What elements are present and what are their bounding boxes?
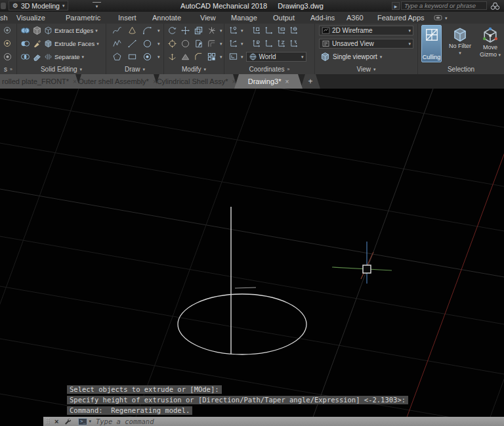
command-input[interactable] xyxy=(96,417,504,425)
chevron-down-icon[interactable]: ▾ xyxy=(158,41,160,46)
ribbon-tab-addins[interactable]: Add-ins xyxy=(310,12,335,24)
move-gizmo-button[interactable]: Move Gizmo ▾ xyxy=(477,27,503,58)
panel-label-coordinates[interactable]: Coordinates» xyxy=(224,66,314,73)
ucs-object-icon[interactable] xyxy=(264,39,274,49)
panel-label-modify[interactable]: Modify▾ xyxy=(164,66,224,73)
ucs-origin-box-icon[interactable] xyxy=(251,26,261,35)
ribbon-tab-view[interactable]: View xyxy=(200,12,216,24)
panel-label-draw[interactable]: Draw▾ xyxy=(106,66,163,73)
chevron-down-icon[interactable]: ▾ xyxy=(220,54,222,59)
file-tab-outer-shell[interactable]: Outer shell Assembly* × xyxy=(77,74,158,89)
fillet-edge-icon[interactable] xyxy=(32,39,42,49)
solid-tool-icon[interactable] xyxy=(3,39,12,49)
explode-icon[interactable] xyxy=(207,26,217,35)
ribbon-tab-annotate[interactable]: Annotate xyxy=(152,12,181,24)
extrude-faces-button[interactable]: Extrude Faces xyxy=(54,40,94,47)
array-icon[interactable] xyxy=(207,52,217,62)
chevron-down-icon[interactable]: ▾ xyxy=(241,54,243,59)
copy-icon[interactable] xyxy=(194,26,203,35)
no-filter-button[interactable]: No Filter ▾ xyxy=(446,27,474,55)
ucs-show-icon[interactable] xyxy=(228,26,238,35)
rectangle-icon[interactable] xyxy=(127,52,137,62)
intersect-icon[interactable] xyxy=(20,52,30,62)
wrench-icon[interactable] xyxy=(64,417,72,425)
panel-label-view[interactable]: View▾ xyxy=(315,66,417,73)
chevron-down-icon[interactable]: ▾ xyxy=(95,28,98,33)
polyline-icon[interactable] xyxy=(112,39,122,49)
qat-partial-icon[interactable] xyxy=(1,3,6,9)
ribbon-tab-manage[interactable]: Manage xyxy=(231,12,257,24)
close-icon[interactable]: × xyxy=(153,78,157,85)
ucs-icon[interactable] xyxy=(264,26,274,35)
align-icon[interactable] xyxy=(194,39,203,49)
chevron-down-icon[interactable]: ▾ xyxy=(89,419,91,424)
ucs-view-icon[interactable] xyxy=(228,52,238,62)
ribbon-tab-featured-apps[interactable]: Featured Apps xyxy=(377,12,425,24)
chevron-down-icon[interactable]: ▾ xyxy=(220,41,222,46)
interfere-icon[interactable] xyxy=(32,26,42,35)
chevron-down-icon[interactable]: ▾ xyxy=(380,54,383,59)
search-expand-button[interactable]: ▶ xyxy=(392,2,400,10)
chamfer-icon[interactable] xyxy=(194,52,203,62)
loft-icon[interactable] xyxy=(127,26,137,35)
mirror-3d-icon[interactable] xyxy=(167,39,177,49)
ribbon-tab-output[interactable]: Output xyxy=(273,12,295,24)
new-tab-button[interactable]: + xyxy=(301,74,320,89)
separate-button[interactable]: Separate xyxy=(54,53,80,60)
ribbon-tab-parametric[interactable]: Parametric xyxy=(66,12,100,24)
fillet-icon[interactable] xyxy=(207,39,217,49)
file-tab-cylindrical-shell[interactable]: Cylindrical Shell Assy* × xyxy=(155,74,238,89)
file-tab-drawing3[interactable]: Drawing3* × xyxy=(234,74,303,89)
chevron-down-icon[interactable]: ▾ xyxy=(96,41,99,46)
viewport-config-button[interactable]: Single viewport xyxy=(333,53,377,60)
color-faces-icon[interactable] xyxy=(32,52,42,62)
panel-partial-label[interactable]: s xyxy=(4,66,7,73)
culling-toggle-button[interactable]: Culling xyxy=(421,25,442,62)
line-icon[interactable] xyxy=(127,39,137,49)
ucs-z-axis-icon[interactable] xyxy=(276,39,286,49)
close-icon[interactable]: × xyxy=(232,78,236,85)
circle-geometry[interactable] xyxy=(178,294,306,354)
chevron-down-icon[interactable]: ▾ xyxy=(241,41,243,46)
extract-edges-button[interactable]: Extract Edges xyxy=(54,27,93,34)
chevron-down-icon[interactable]: ▾ xyxy=(220,28,222,33)
named-view-combobox[interactable]: Unsaved View ▾ xyxy=(319,39,413,49)
spline-icon[interactable] xyxy=(112,26,122,35)
command-prompt-icon[interactable]: >_ xyxy=(78,418,87,425)
ribbon-tab-insert[interactable]: Insert xyxy=(118,12,136,24)
circle-icon[interactable] xyxy=(142,39,152,49)
chevron-down-icon[interactable]: ▾ xyxy=(158,28,160,33)
ellipse-icon[interactable] xyxy=(142,52,152,62)
polygon-icon[interactable] xyxy=(112,52,122,62)
search-binoculars-icon[interactable] xyxy=(490,1,501,11)
search-input[interactable] xyxy=(401,1,487,10)
chevron-down-icon[interactable]: ▾ xyxy=(241,28,243,33)
panel-label-solid-editing[interactable]: Solid Editing▾ xyxy=(17,66,106,73)
ucs-3point-icon[interactable] xyxy=(289,39,299,49)
command-bar-drag-handle[interactable] xyxy=(45,418,49,425)
stretch-icon[interactable] xyxy=(180,52,190,62)
subtract-icon[interactable] xyxy=(20,39,30,49)
workspace-switcher[interactable]: ⚙ 3D Modeling ▾ xyxy=(9,1,68,11)
drawing-canvas[interactable]: Select objects to extrude or [MOde]: Spe… xyxy=(0,89,504,426)
ribbon-tab-visualize[interactable]: Visualize xyxy=(16,12,45,24)
panel-expand-icon[interactable]: » xyxy=(10,67,12,72)
file-tab-rolled-plate[interactable]: ll rolled plate_FRONT* × xyxy=(0,74,80,89)
slice-tool-icon[interactable] xyxy=(3,52,12,62)
ribbon-tab-a360[interactable]: A360 xyxy=(346,12,364,24)
visual-style-combobox[interactable]: 2D Wireframe ▾ xyxy=(319,26,413,35)
scale-3d-icon[interactable] xyxy=(167,52,177,62)
union-icon[interactable] xyxy=(20,26,30,35)
ucs-named-icon[interactable] xyxy=(228,39,238,49)
solid-tool-icon[interactable] xyxy=(3,26,12,35)
close-icon[interactable]: × xyxy=(285,78,289,85)
chevron-down-icon[interactable]: ▾ xyxy=(158,54,160,59)
close-icon[interactable]: × xyxy=(54,418,58,425)
qat-customize-button[interactable]: ▾ xyxy=(93,2,101,10)
chevron-down-icon[interactable]: ▾ xyxy=(82,54,85,59)
rotate-3d-icon[interactable] xyxy=(167,26,177,35)
ribbon-tab-mesh-partial[interactable]: sh xyxy=(0,12,8,24)
arc-icon[interactable] xyxy=(142,26,152,35)
ucs-world-icon[interactable] xyxy=(289,26,299,35)
move-icon[interactable] xyxy=(180,26,190,35)
